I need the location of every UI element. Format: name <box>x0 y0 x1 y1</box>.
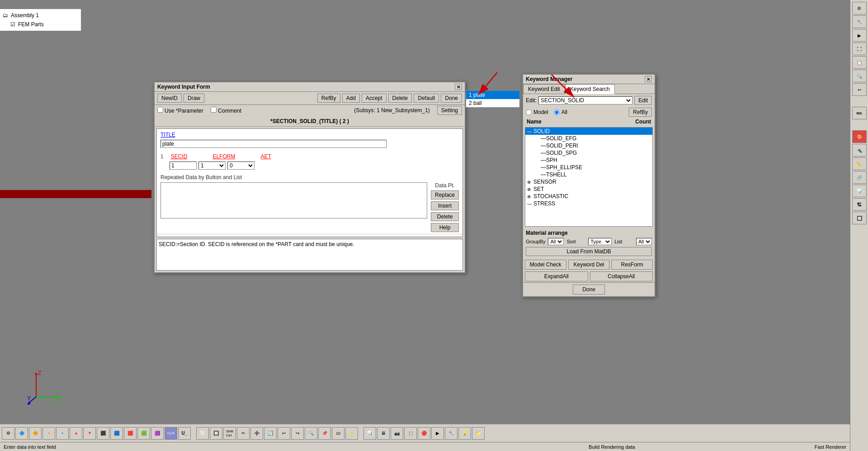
comment-checkbox[interactable] <box>211 107 217 113</box>
bottom-btn-29[interactable]: ▶ <box>431 427 444 440</box>
km-item-set[interactable]: ⊕ SET <box>525 185 652 193</box>
bottom-btn-13[interactable]: ⬜ <box>196 427 209 440</box>
elform-select[interactable]: 1 2 3 <box>198 161 226 170</box>
ref-by-button[interactable]: RefBy <box>317 94 340 103</box>
km-refby-button[interactable]: RefBy <box>629 108 652 117</box>
km-item-tshell[interactable]: — TSHELL <box>525 171 652 178</box>
bottom-btn-32[interactable]: 📁 <box>472 427 485 440</box>
toolbar-ms-btn[interactable]: MS <box>852 107 867 119</box>
done-button[interactable]: Done <box>441 94 462 103</box>
bottom-btn-15[interactable]: ✂ <box>237 427 250 440</box>
km-item-stochastic[interactable]: ⊕ STOCHASTIC <box>525 193 652 200</box>
km-keyword-del-button[interactable]: Keyword Del <box>568 260 610 270</box>
bottom-btn-4[interactable]: 🔸 <box>42 427 55 440</box>
bottom-btn-19[interactable]: ↪ <box>291 427 304 440</box>
km-tab-edit[interactable]: Keyword Edit <box>523 84 565 94</box>
insert-button[interactable]: Insert <box>431 201 459 210</box>
km-item-sph-ellipse[interactable]: — SPH_ELLIPSE <box>525 164 652 171</box>
use-parameter-checkbox[interactable] <box>157 107 163 113</box>
toolbar-btn-4[interactable]: ⛶ <box>852 43 867 55</box>
toolbar-btn-13[interactable]: 🔲 <box>852 212 867 224</box>
new-id-button[interactable]: NewID <box>157 94 182 103</box>
km-radio-model[interactable] <box>526 109 532 115</box>
km-radio-all-label[interactable]: All <box>554 109 567 115</box>
bottom-btn-shift[interactable]: ShiftCtrl <box>223 427 236 440</box>
title-input[interactable] <box>160 140 387 148</box>
delete-data-button[interactable]: Delete <box>431 212 459 221</box>
km-edit-select[interactable]: SECTION_SOLID <box>538 96 632 104</box>
bottom-btn-6[interactable]: 🔺 <box>70 427 82 440</box>
toolbar-btn-7[interactable]: ↩ <box>852 83 867 96</box>
km-item-sph[interactable]: — SPH <box>525 157 652 164</box>
km-collapse-all-button[interactable]: CollapseAll <box>590 271 653 281</box>
delete-button[interactable]: Delete <box>388 94 412 103</box>
km-list-select[interactable]: All <box>636 238 652 245</box>
elform-label[interactable]: ELFORM <box>212 153 235 160</box>
bottom-btn-22[interactable]: 10 <box>332 427 344 440</box>
kl-item-ball[interactable]: 2 ball <box>466 99 519 107</box>
bottom-btn-23[interactable]: ⚡ <box>345 427 358 440</box>
bottom-btn-9[interactable]: 🟦 <box>110 427 123 440</box>
bottom-btn-24[interactable]: 📊 <box>363 427 376 440</box>
km-close-button[interactable]: ✕ <box>645 76 652 82</box>
fem-parts-item[interactable]: ☑ FEM Parts <box>2 20 79 29</box>
toolbar-btn-11[interactable]: 📊 <box>852 185 867 197</box>
kif-close-button[interactable]: ✕ <box>455 84 462 90</box>
km-resform-button[interactable]: ResForm <box>611 260 653 270</box>
bottom-btn-u[interactable]: U_ <box>178 427 191 440</box>
km-edit-button[interactable]: Edit <box>634 96 652 105</box>
km-groupby-select[interactable]: All <box>548 238 564 245</box>
bottom-btn-7[interactable]: 🔻 <box>83 427 96 440</box>
km-sort-select[interactable]: Type Name <box>588 238 612 245</box>
aet-label[interactable]: AET <box>260 153 271 160</box>
bottom-btn-31[interactable]: 💡 <box>458 427 471 440</box>
bottom-btn-5[interactable]: 🔹 <box>56 427 69 440</box>
aet-select[interactable]: 0 1 2 <box>227 161 255 170</box>
kl-item-plate[interactable]: 1 plate <box>466 91 519 99</box>
km-done-button[interactable]: Done <box>573 285 605 294</box>
draw-button[interactable]: Draw <box>184 94 204 103</box>
kif-body[interactable]: TITLE 1 SECID ELFORM AET 1 2 3 <box>156 128 463 237</box>
bottom-btn-10[interactable]: 🟥 <box>124 427 137 440</box>
setting-button[interactable]: Setting <box>437 106 462 115</box>
bottom-btn-17[interactable]: 🔄 <box>264 427 277 440</box>
bottom-btn-26[interactable]: 📷 <box>391 427 403 440</box>
km-item-stress[interactable]: — STRESS <box>525 200 652 207</box>
bottom-btn-1[interactable]: ⚙ <box>2 427 14 440</box>
assembly-item[interactable]: 🗂 Assembly 1 <box>2 11 79 20</box>
toolbar-btn-10[interactable]: 🔗 <box>852 171 867 184</box>
bottom-btn-8[interactable]: ⬛ <box>97 427 109 440</box>
replace-button[interactable]: Replace <box>431 190 459 199</box>
bottom-btn-16[interactable]: ➕ <box>250 427 263 440</box>
toolbar-btn-6[interactable]: 🔍 <box>852 70 867 82</box>
km-radio-all[interactable] <box>554 109 560 115</box>
accept-button[interactable]: Accept <box>362 94 387 103</box>
bottom-btn-3[interactable]: 🔶 <box>29 427 42 440</box>
bottom-btn-21[interactable]: 📌 <box>318 427 331 440</box>
km-item-solid-spg[interactable]: — SOLID_SPG <box>525 149 652 157</box>
km-item-solid-peri[interactable]: — SOLID_PERI <box>525 142 652 149</box>
bottom-btn-28[interactable]: 🔴 <box>418 427 430 440</box>
toolbar-btn-5[interactable]: 📋 <box>852 56 867 69</box>
bottom-btn-2[interactable]: 🔷 <box>15 427 28 440</box>
bottom-btn-18[interactable]: ↩ <box>278 427 290 440</box>
data-area[interactable] <box>160 182 427 218</box>
km-tree[interactable]: — SOLID — SOLID_EFG — SOLID_PERI — SOLID… <box>525 127 653 227</box>
km-tab-search[interactable]: Keyword Search <box>565 84 615 94</box>
secid-label[interactable]: SECID <box>171 153 188 160</box>
use-parameter-label[interactable]: Use *Parameter <box>157 107 203 114</box>
toolbar-btn-9[interactable]: 📐 <box>852 157 867 170</box>
km-model-check-button[interactable]: Model Check <box>525 260 566 270</box>
default-button[interactable]: Default <box>414 94 439 103</box>
km-load-matdb-button[interactable]: Load From MatDB <box>526 247 652 256</box>
secid-input[interactable] <box>170 161 197 170</box>
toolbar-btn-1[interactable]: ⚙ <box>852 2 867 14</box>
km-item-sensor[interactable]: ⊕ SENSOR <box>525 178 652 185</box>
toolbar-btn-2[interactable]: 🔧 <box>852 15 867 28</box>
toolbar-btn-12[interactable]: 🏗 <box>852 198 867 211</box>
km-item-solid[interactable]: — SOLID <box>525 128 652 135</box>
bottom-btn-14[interactable]: 🔲 <box>210 427 222 440</box>
add-button[interactable]: Add <box>342 94 360 103</box>
bottom-btn-25[interactable]: 🖥 <box>377 427 390 440</box>
km-item-solid-efg[interactable]: — SOLID_EFG <box>525 135 652 142</box>
